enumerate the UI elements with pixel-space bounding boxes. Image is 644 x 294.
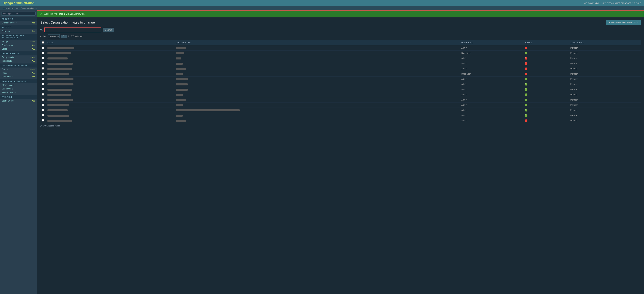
row-checkbox-cell: [40, 82, 46, 87]
users-add[interactable]: + Add: [30, 48, 35, 50]
row-checkbox[interactable]: [42, 78, 44, 80]
row-checkbox-cell: [40, 66, 46, 71]
row-organisation: [174, 97, 460, 102]
sidebar-filter-input[interactable]: [1, 11, 36, 15]
row-assigned-as: Member: [569, 56, 641, 61]
email-link[interactable]: [48, 52, 71, 54]
row-checkbox[interactable]: [42, 67, 44, 69]
search-button[interactable]: Search: [103, 28, 114, 32]
email-addresses-add[interactable]: + Add: [30, 22, 35, 24]
activities-add[interactable]: + Add: [30, 30, 35, 32]
users-link[interactable]: Users: [2, 48, 7, 50]
table-row: Admin 🟢 Member: [40, 87, 641, 92]
search-input[interactable]: [44, 27, 101, 32]
row-checkbox[interactable]: [42, 83, 44, 85]
activities-link[interactable]: Activities: [2, 30, 10, 32]
email-link[interactable]: [48, 119, 72, 122]
email-link[interactable]: [48, 47, 74, 49]
email-link[interactable]: [48, 114, 69, 117]
joined-icon: 🟢: [524, 52, 528, 54]
row-checkbox[interactable]: [42, 98, 44, 101]
go-button[interactable]: Go: [61, 35, 67, 38]
select-all-checkbox[interactable]: [42, 41, 44, 43]
view-site-link[interactable]: VIEW SITE: [602, 2, 611, 4]
row-organisation: [174, 45, 460, 51]
blocks-add[interactable]: + Add: [30, 68, 35, 70]
sidebar-section-activity: ACTIVITY Activities + Add: [0, 25, 37, 33]
email-link[interactable]: [48, 62, 72, 65]
log-out-link[interactable]: LOG OUT: [633, 2, 641, 4]
task-results-add[interactable]: + Add: [30, 60, 35, 62]
username: admin: [594, 2, 600, 4]
welcome-text: WELCOME,: [584, 2, 594, 4]
table-row: Admin 🟢 Member: [40, 97, 641, 102]
row-checkbox[interactable]: [42, 119, 44, 121]
row-checkbox-cell: [40, 45, 46, 51]
pages-add[interactable]: + Add: [30, 72, 35, 74]
table-row: Admin 🔴 Member: [40, 66, 641, 71]
col-assigned-as: ASSIGNED AS: [569, 40, 641, 45]
row-checkbox[interactable]: [42, 104, 44, 106]
row-user-role: Admin: [460, 56, 523, 61]
group-results-link[interactable]: Group results: [2, 56, 14, 58]
row-checkbox[interactable]: [42, 88, 44, 90]
groups-link[interactable]: Groups: [2, 40, 8, 43]
change-password-link[interactable]: CHANGE PASSWORD: [612, 2, 632, 4]
pages-link[interactable]: Pages: [2, 72, 8, 74]
row-checkbox[interactable]: [42, 62, 44, 64]
email-link[interactable]: [48, 78, 74, 80]
preferences-add[interactable]: + Add: [30, 76, 35, 78]
add-organisationinvites-button[interactable]: ADD ORGANISATIONINVITES +: [606, 20, 641, 25]
email-link[interactable]: [48, 99, 72, 101]
email-link[interactable]: [48, 67, 72, 70]
row-checkbox-cell: [40, 97, 46, 102]
boundary-files-add[interactable]: + Add: [30, 100, 35, 102]
row-checkbox[interactable]: [42, 114, 44, 116]
email-link[interactable]: [48, 83, 74, 85]
row-assigned-as: Member: [569, 118, 641, 123]
permissions-link[interactable]: Permissions: [2, 44, 12, 46]
email-link[interactable]: [48, 73, 69, 75]
row-checkbox[interactable]: [42, 52, 44, 54]
breadcrumb-current: OrganisationInvites: [21, 7, 36, 9]
email-link[interactable]: [48, 104, 69, 106]
blocks-link[interactable]: Blocks: [2, 68, 8, 70]
sidebar: ACCOUNTS Email addresses + Add ACTIVITY …: [0, 10, 37, 294]
email-link[interactable]: [48, 57, 68, 59]
sidebar-item-preferences: Preferences + Add: [0, 75, 37, 79]
permissions-add[interactable]: + Add: [30, 44, 35, 46]
row-user-role: Admin: [460, 113, 523, 118]
row-checkbox[interactable]: [42, 93, 44, 95]
row-email: [46, 87, 174, 92]
row-organisation: [174, 56, 460, 61]
group-results-add[interactable]: + Add: [30, 56, 35, 58]
row-checkbox[interactable]: [42, 72, 44, 75]
row-assigned-as: Member: [569, 102, 641, 108]
breadcrumb: Home › Stakeholder › OrganisationInvites: [0, 6, 644, 10]
email-link[interactable]: [48, 109, 68, 111]
breadcrumb-home[interactable]: Home: [3, 7, 8, 9]
row-checkbox[interactable]: [42, 46, 44, 49]
sidebar-section-accounts: ACCOUNTS Email addresses + Add: [0, 17, 37, 25]
groups-add[interactable]: + Add: [30, 40, 35, 42]
email-addresses-link[interactable]: Email addresses: [2, 22, 16, 24]
boundary-files-link[interactable]: Boundary files: [2, 100, 14, 102]
action-select[interactable]: ---------: [48, 34, 60, 38]
success-message: ✔ Successfully deleted 1 OrganisationInv…: [37, 10, 644, 17]
row-user-role: Admin: [460, 76, 523, 82]
row-user-role: Admin: [460, 102, 523, 108]
email-link[interactable]: [48, 88, 72, 91]
row-organisation: [174, 66, 460, 71]
row-assigned-as: Member: [569, 51, 641, 56]
row-checkbox[interactable]: [42, 109, 44, 111]
joined-icon: 🔴: [524, 67, 528, 70]
row-checkbox[interactable]: [42, 57, 44, 59]
email-link[interactable]: [48, 93, 71, 96]
login-events-link[interactable]: Login events: [2, 88, 13, 90]
request-events-link[interactable]: Request events: [2, 91, 16, 94]
task-results-link[interactable]: Task results: [2, 60, 12, 62]
preferences-link[interactable]: Preferences: [2, 75, 12, 78]
crud-events-link[interactable]: CRUD events: [2, 84, 14, 86]
breadcrumb-stakeholder[interactable]: Stakeholder: [9, 7, 19, 9]
row-assigned-as: Member: [569, 92, 641, 97]
